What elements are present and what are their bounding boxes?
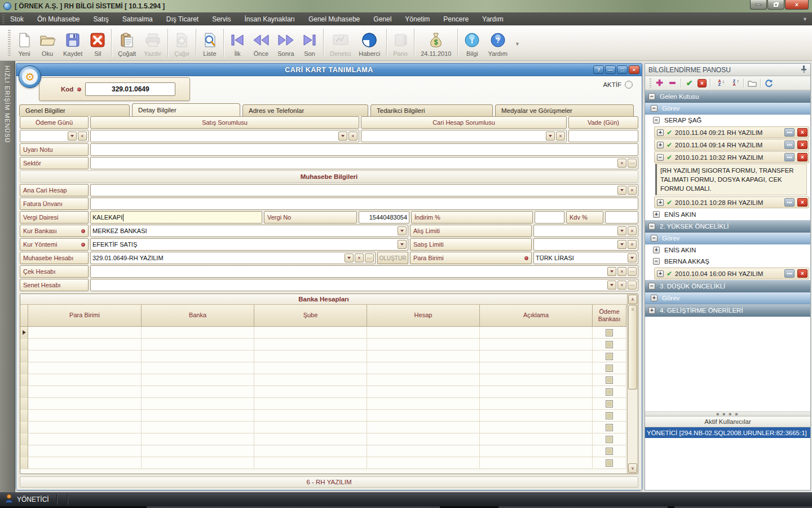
task-delete-button[interactable]: × [797, 153, 807, 161]
grid-cell[interactable] [142, 386, 254, 398]
grid-cell[interactable] [480, 362, 593, 374]
odeme-bankasi-checkbox[interactable] [606, 341, 613, 348]
task-detail-button[interactable]: ••• [784, 153, 795, 161]
bank-accounts-row[interactable] [20, 386, 627, 398]
grid-cell[interactable] [254, 339, 367, 351]
approve-icon[interactable]: ✔ [685, 78, 694, 88]
help-button[interactable]: ? Yardım [484, 28, 511, 58]
grid-cell[interactable] [28, 386, 142, 398]
info-button[interactable]: i Bilgi [460, 28, 484, 58]
odeme-gunu-combo[interactable]: × [20, 130, 89, 142]
pin-icon[interactable] [801, 65, 807, 75]
grid-cell[interactable] [142, 445, 254, 457]
odeme-bankasi-checkbox[interactable] [606, 448, 613, 455]
active-user-row[interactable]: YÖNETİCİ [294.NB-02.SQL2008.URUNLER:82:3… [645, 427, 810, 438]
clear-button[interactable]: × [355, 253, 364, 262]
task-detail-button[interactable]: ••• [784, 128, 795, 137]
grid-cell[interactable] [480, 327, 593, 339]
grid-cell[interactable] [367, 362, 480, 374]
grid-cell[interactable] [28, 433, 142, 445]
grid-cell[interactable] [28, 339, 142, 351]
duplicate-button[interactable]: Çoğalt [114, 28, 140, 58]
grid-cell[interactable] [142, 327, 254, 339]
kod-input[interactable]: 329.01.0649 [85, 82, 175, 96]
grid-cell[interactable] [367, 433, 480, 445]
dropdown-button[interactable] [345, 253, 354, 262]
tree-group[interactable]: −3. DÜŞÜK ÖNCELİKLİ [645, 280, 810, 292]
row-selector-cell[interactable] [20, 457, 28, 469]
indirim-input[interactable] [535, 211, 564, 224]
dropdown-button[interactable] [68, 132, 77, 141]
satis-sorumlusu-combo[interactable]: × [90, 130, 359, 142]
menu-overflow-icon[interactable]: ▼ [802, 16, 807, 22]
col-odeme-bankasi[interactable]: Ödeme Bankası [593, 305, 626, 327]
grid-cell[interactable] [480, 433, 593, 445]
menu-yardim[interactable]: Yardım [482, 15, 504, 23]
dropdown-button[interactable] [607, 267, 616, 276]
expand-icon[interactable]: + [657, 199, 664, 206]
dropdown-button[interactable] [607, 281, 616, 290]
olustur-button[interactable]: OLUŞTUR [377, 252, 408, 264]
tree-task[interactable]: +✔2010.10.04 16:00 RH YAZILIM•••× [654, 268, 809, 279]
call-button[interactable]: Çağır [170, 28, 193, 58]
dropdown-button[interactable] [628, 253, 637, 262]
grid-cell[interactable] [367, 351, 480, 362]
task-delete-button[interactable]: × [797, 141, 807, 149]
tree-task[interactable]: +✔2010.10.21 10:28 RH YAZILIM•••× [654, 196, 809, 208]
grid-cell[interactable] [254, 398, 367, 410]
vergi-dairesi-input[interactable]: KALEKAPI [90, 211, 262, 224]
bank-accounts-row[interactable] [20, 398, 627, 410]
last-record-button[interactable]: Son [298, 28, 321, 58]
menu-satinalma[interactable]: Satınalma [122, 15, 153, 23]
ellipsis-button[interactable]: ··· [628, 159, 637, 168]
col-banka[interactable]: Banka [142, 305, 254, 327]
grid-cell[interactable] [480, 445, 593, 457]
scroll-down-button[interactable]: ∨ [628, 463, 637, 473]
toolbar-overflow-icon[interactable]: ▼ [515, 41, 520, 47]
grid-cell[interactable] [28, 422, 142, 433]
form-help-button[interactable]: ? [593, 65, 604, 74]
fatura-unvani-input[interactable] [90, 198, 638, 210]
first-record-button[interactable]: İlk [226, 28, 249, 58]
restore-button[interactable] [767, 0, 784, 10]
grid-cell[interactable] [254, 410, 367, 422]
bank-accounts-row[interactable] [20, 422, 627, 433]
expand-icon[interactable]: + [657, 270, 664, 277]
col-aciklama[interactable]: Açıklama [480, 305, 593, 327]
bank-accounts-row[interactable] [20, 327, 627, 339]
grid-cell[interactable] [28, 457, 142, 469]
odeme-bankasi-cell[interactable] [593, 327, 626, 339]
row-selector-cell[interactable] [20, 386, 28, 398]
odeme-bankasi-checkbox[interactable] [606, 376, 613, 384]
refresh-icon[interactable] [764, 78, 774, 88]
bank-accounts-row[interactable] [20, 362, 627, 374]
quick-access-strip[interactable]: HIZLI ERİŞİM MENÜSÜ [0, 61, 15, 492]
sektor-input[interactable]: ×··· [90, 157, 638, 169]
odeme-bankasi-checkbox[interactable] [606, 436, 613, 443]
dropdown-button[interactable] [617, 186, 626, 195]
add-icon[interactable]: ✚ [655, 78, 664, 88]
odeme-bankasi-cell[interactable] [593, 457, 626, 469]
grid-cell[interactable] [254, 386, 367, 398]
muhasebe-hesabi-combo[interactable]: 329.01.0649-RH YAZILIM×··· [90, 252, 376, 264]
grid-cell[interactable] [480, 374, 593, 386]
clear-button[interactable]: × [617, 267, 626, 276]
grid-cell[interactable] [254, 351, 367, 362]
grid-cell[interactable] [142, 433, 254, 445]
menu-genel[interactable]: Genel [373, 15, 391, 23]
bank-accounts-row[interactable] [20, 445, 627, 457]
grid-cell[interactable] [142, 339, 254, 351]
tab-detay-bilgiler[interactable]: Detay Bilgiler [132, 103, 240, 116]
grid-cell[interactable] [28, 410, 142, 422]
task-detail-button[interactable]: ••• [784, 198, 795, 207]
tab-tedarikci-bilgileri[interactable]: Tedarikci Bilgileri [370, 104, 493, 116]
tree-task[interactable]: −✔2010.10.21 10:32 RH YAZILIM•••× [654, 151, 809, 163]
senet-hesabi-combo[interactable]: ×··· [90, 279, 638, 291]
auditor-button[interactable]: Denetci [326, 28, 355, 58]
aktif-radio[interactable] [625, 81, 633, 89]
clear-button[interactable]: × [78, 132, 87, 141]
grid-cell[interactable] [367, 374, 480, 386]
para-birimi-combo[interactable]: TÜRK LİRASI [533, 252, 638, 264]
reject-icon[interactable]: × [698, 79, 707, 87]
menu-servis[interactable]: Servis [212, 15, 231, 23]
